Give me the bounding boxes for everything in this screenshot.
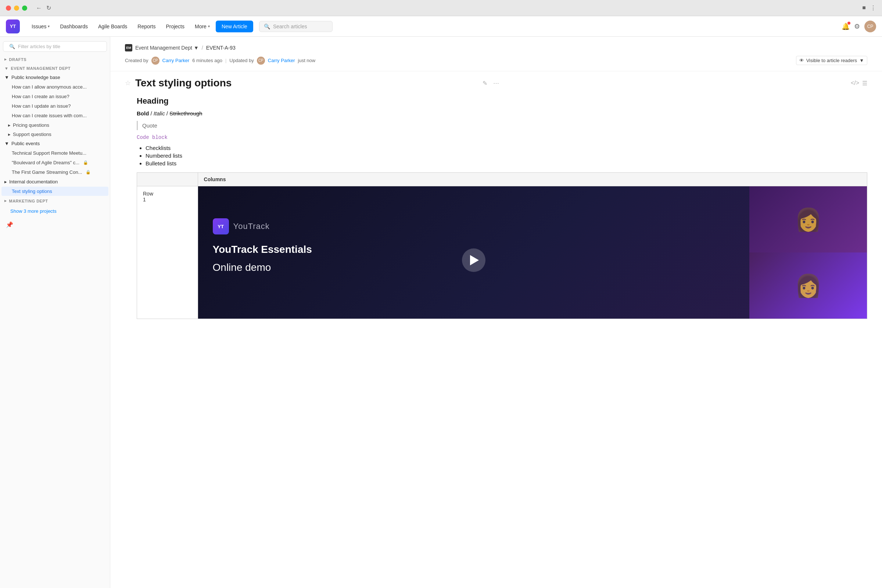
breadcrumb-article-id: EVENT-A-93: [206, 45, 236, 51]
video-logo-box: YT: [213, 218, 229, 234]
back-icon[interactable]: ←: [36, 5, 42, 11]
sidebar-event-1[interactable]: Technical Support Remote Meetu...: [2, 148, 108, 158]
nav-agile-boards[interactable]: Agile Boards: [94, 21, 132, 32]
user-avatar[interactable]: CP: [864, 21, 876, 32]
maximize-button[interactable]: [22, 6, 27, 10]
list-item-1: Checklists: [146, 145, 867, 151]
minimize-button[interactable]: [14, 6, 19, 10]
close-button[interactable]: [6, 6, 11, 10]
sidebar-active-item[interactable]: Text styling options: [2, 187, 108, 196]
bold-text: Bold: [137, 110, 149, 117]
sidebar-event-3[interactable]: The First Game Streaming Con... 🔒: [2, 168, 108, 177]
outline-icon[interactable]: ☰: [862, 80, 867, 87]
visibility-button[interactable]: 👁 Visible to article readers ▼: [796, 56, 867, 65]
play-button[interactable]: [462, 248, 486, 272]
video-side-top: 👩: [749, 186, 867, 252]
window-chrome: ← ↻ ■ ⋮: [0, 0, 882, 16]
created-by-avatar: CP: [152, 57, 159, 64]
sidebar-item-4[interactable]: How can I create issues with com...: [2, 111, 108, 120]
updated-when: just now: [298, 58, 316, 63]
app-logo: YT: [6, 20, 20, 33]
sidebar-section-drafts[interactable]: ▸ DRAFTS: [0, 55, 110, 64]
code-view-icon[interactable]: </>: [851, 80, 859, 87]
search-box[interactable]: 🔍 Search articles: [259, 21, 333, 32]
sidebar-item-3[interactable]: How can I update an issue?: [2, 101, 108, 111]
table-row-label: Row1: [137, 186, 198, 319]
video-container[interactable]: YT YouTrack YouTrack Essentials Online d…: [198, 186, 867, 319]
meta-row: Created by CP Carry Parker 6 minutes ago…: [125, 56, 867, 65]
article-formatting-line: Bold / Italic / Strikethrough: [137, 110, 867, 117]
table-header-columns: Columns: [198, 173, 867, 186]
extensions-icon[interactable]: ■: [862, 4, 866, 11]
table-header-empty: [137, 173, 198, 186]
public-kb-chevron-icon: ▼: [4, 75, 9, 80]
notifications-icon[interactable]: 🔔: [842, 22, 850, 30]
star-icon[interactable]: ☆: [125, 79, 131, 87]
article-header: EM Event Management Dept ▼ / EVENT-A-93 …: [110, 37, 882, 71]
updated-by-name[interactable]: Carry Parker: [268, 58, 295, 63]
updated-by-avatar: CP: [257, 57, 265, 64]
support-chevron-icon: ▸: [8, 132, 10, 137]
sidebar-search-icon: 🔍: [9, 44, 15, 49]
sidebar-filter-placeholder: Filter articles by title: [18, 44, 60, 49]
created-when: 6 minutes ago: [192, 58, 222, 63]
nav-right: 🔔 ⚙ CP: [842, 21, 876, 32]
sidebar-group-public-kb[interactable]: ▼ Public knowledge base: [0, 73, 110, 82]
eye-icon: 👁: [800, 58, 804, 63]
reload-icon[interactable]: ↻: [46, 4, 51, 11]
sidebar-group-internal-docs[interactable]: ▸ Internal documentation: [0, 177, 110, 186]
article-title-row: ☆ Text styling options ✎ ⋯ </> ☰: [110, 71, 882, 90]
settings-icon[interactable]: ⚙: [854, 22, 860, 30]
nav-more[interactable]: More ▾: [190, 21, 214, 32]
nav-issues[interactable]: Issues ▾: [27, 21, 54, 32]
nav-projects[interactable]: Projects: [161, 21, 189, 32]
list-item-3: Bulleted lists: [146, 160, 867, 166]
sidebar-event-2[interactable]: "Boulevard of Agile Dreams" c... 🔒: [2, 158, 108, 167]
video-side-panel: 👩 👩: [749, 186, 867, 319]
more-options-icon[interactable]: ⋯: [492, 78, 501, 88]
sidebar-group-public-events[interactable]: ▼ Public events: [0, 139, 110, 148]
person-silhouette-top: 👩: [749, 186, 867, 252]
article-title: Text styling options: [135, 77, 477, 89]
nav-reports[interactable]: Reports: [133, 21, 160, 32]
edit-icon[interactable]: ✎: [481, 78, 489, 88]
video-title: YouTrack Essentials: [213, 243, 312, 256]
article-body: Heading Bold / Italic / Strikethrough Qu…: [110, 90, 882, 334]
logo-area[interactable]: YT: [6, 20, 20, 33]
pricing-chevron-icon: ▸: [8, 122, 10, 128]
visibility-chevron-icon: ▼: [859, 58, 864, 63]
strikethrough-text: Strikethrough: [170, 110, 202, 117]
menu-icon[interactable]: ⋮: [870, 4, 876, 11]
show-more-projects[interactable]: Show 3 more projects: [0, 206, 110, 217]
title-actions: ✎ ⋯: [481, 78, 501, 88]
updated-label: Updated by: [230, 58, 254, 63]
sidebar-section-event-mgmt[interactable]: ▼ EVENT MANAGEMENT DEPT: [0, 64, 110, 73]
search-icon: 🔍: [264, 24, 270, 29]
sidebar-item-2[interactable]: How can I create an issue?: [2, 92, 108, 101]
sidebar-section-marketing[interactable]: ▸ MARKETING DEPT: [0, 196, 110, 206]
sidebar-item-1[interactable]: How can I allow anonymous acce...: [2, 82, 108, 92]
breadcrumb-project-link[interactable]: Event Management Dept ▼: [135, 45, 199, 51]
issues-chevron-icon: ▾: [48, 24, 50, 28]
video-content: YT YouTrack YouTrack Essentials Online d…: [198, 186, 867, 319]
sidebar-support-questions[interactable]: ▸ Support questions: [0, 130, 110, 139]
article-table: Columns Row1: [137, 172, 867, 319]
video-subtitle: Online demo: [213, 262, 271, 273]
created-by-name[interactable]: Carry Parker: [162, 58, 190, 63]
created-label: Created by: [125, 58, 148, 63]
sidebar-search[interactable]: 🔍 Filter articles by title: [3, 41, 107, 52]
italic-text: Italic: [154, 110, 165, 117]
sidebar-pricing-questions[interactable]: ▸ Pricing questions: [0, 120, 110, 130]
marketing-chevron-icon: ▸: [4, 198, 7, 203]
video-logo-text: YouTrack: [233, 222, 270, 231]
breadcrumb-chevron-icon: ▼: [194, 45, 199, 51]
meta-separator-1: |: [225, 58, 226, 63]
nav-dashboards[interactable]: Dashboards: [56, 21, 92, 32]
breadcrumb-separator: /: [202, 45, 203, 51]
notification-badge: [848, 22, 850, 25]
pin-icon[interactable]: 📌: [0, 217, 110, 232]
person-silhouette-bottom: 👩: [749, 252, 867, 319]
main-layout: 🔍 Filter articles by title ▸ DRAFTS ▼ EV…: [0, 37, 882, 588]
new-article-button[interactable]: New Article: [216, 21, 253, 32]
list-item-2: Numbered lists: [146, 153, 867, 159]
